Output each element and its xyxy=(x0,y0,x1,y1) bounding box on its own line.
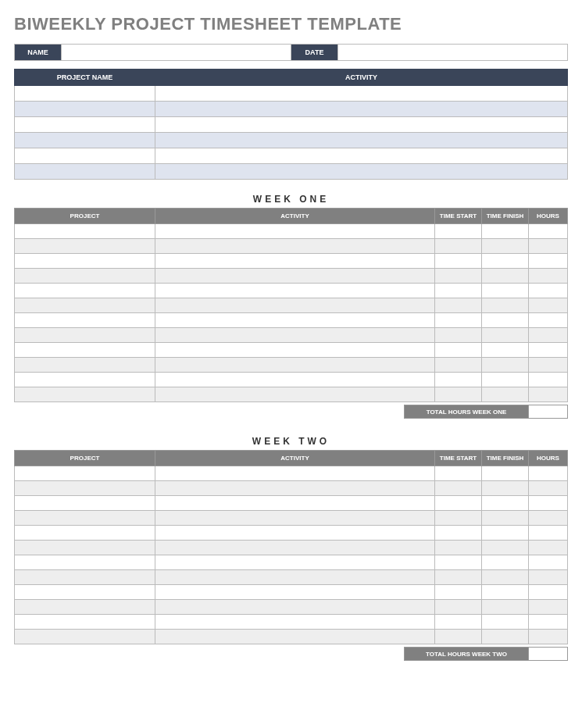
week-cell[interactable] xyxy=(529,284,568,298)
name-input[interactable] xyxy=(62,45,291,60)
week-cell[interactable] xyxy=(435,615,482,630)
week-cell[interactable] xyxy=(529,600,568,615)
week-cell[interactable] xyxy=(435,526,482,541)
week-cell[interactable] xyxy=(435,284,482,298)
week-cell[interactable] xyxy=(482,511,529,526)
week-cell[interactable] xyxy=(15,358,155,373)
week-cell[interactable] xyxy=(482,298,529,313)
project-cell[interactable] xyxy=(15,133,155,148)
week-cell[interactable] xyxy=(15,328,155,343)
week-cell[interactable] xyxy=(435,541,482,555)
week-cell[interactable] xyxy=(435,585,482,600)
week-cell[interactable] xyxy=(155,541,435,555)
week-cell[interactable] xyxy=(482,541,529,555)
week-cell[interactable] xyxy=(435,496,482,511)
week-cell[interactable] xyxy=(529,541,568,555)
week-cell[interactable] xyxy=(482,630,529,644)
week-cell[interactable] xyxy=(435,555,482,570)
week-cell[interactable] xyxy=(15,298,155,313)
week-cell[interactable] xyxy=(15,284,155,298)
week-cell[interactable] xyxy=(155,284,435,298)
week-cell[interactable] xyxy=(155,239,435,254)
week-cell[interactable] xyxy=(482,269,529,284)
week-cell[interactable] xyxy=(482,373,529,387)
week-cell[interactable] xyxy=(15,615,155,630)
activity-cell[interactable] xyxy=(155,164,568,180)
week-cell[interactable] xyxy=(482,585,529,600)
week-cell[interactable] xyxy=(155,600,435,615)
week-cell[interactable] xyxy=(155,630,435,644)
week-cell[interactable] xyxy=(15,254,155,269)
week-cell[interactable] xyxy=(15,269,155,284)
week-cell[interactable] xyxy=(15,585,155,600)
week-cell[interactable] xyxy=(15,630,155,644)
week-cell[interactable] xyxy=(529,570,568,585)
week-cell[interactable] xyxy=(482,328,529,343)
week-cell[interactable] xyxy=(435,343,482,358)
week-cell[interactable] xyxy=(435,298,482,313)
week-cell[interactable] xyxy=(529,358,568,373)
week-cell[interactable] xyxy=(155,373,435,387)
week-cell[interactable] xyxy=(155,358,435,373)
week-cell[interactable] xyxy=(482,466,529,481)
project-cell[interactable] xyxy=(15,102,155,117)
week-cell[interactable] xyxy=(482,358,529,373)
week-cell[interactable] xyxy=(435,254,482,269)
week-cell[interactable] xyxy=(15,387,155,402)
week-cell[interactable] xyxy=(482,387,529,402)
week-cell[interactable] xyxy=(482,239,529,254)
week-cell[interactable] xyxy=(15,570,155,585)
week-cell[interactable] xyxy=(435,239,482,254)
week-cell[interactable] xyxy=(529,496,568,511)
week-cell[interactable] xyxy=(15,239,155,254)
week-cell[interactable] xyxy=(15,481,155,496)
project-cell[interactable] xyxy=(15,86,155,102)
week-cell[interactable] xyxy=(15,600,155,615)
week-cell[interactable] xyxy=(155,466,435,481)
week-cell[interactable] xyxy=(155,313,435,328)
week-cell[interactable] xyxy=(435,466,482,481)
week-cell[interactable] xyxy=(15,511,155,526)
week-cell[interactable] xyxy=(15,555,155,570)
week-cell[interactable] xyxy=(155,328,435,343)
week-cell[interactable] xyxy=(15,496,155,511)
activity-cell[interactable] xyxy=(155,102,568,117)
activity-cell[interactable] xyxy=(155,133,568,148)
week-cell[interactable] xyxy=(15,373,155,387)
week-cell[interactable] xyxy=(482,313,529,328)
week-cell[interactable] xyxy=(482,343,529,358)
week-cell[interactable] xyxy=(155,555,435,570)
project-cell[interactable] xyxy=(15,148,155,164)
week-cell[interactable] xyxy=(529,239,568,254)
week-cell[interactable] xyxy=(529,298,568,313)
week-cell[interactable] xyxy=(435,600,482,615)
week-cell[interactable] xyxy=(482,555,529,570)
week-cell[interactable] xyxy=(529,387,568,402)
week-cell[interactable] xyxy=(155,496,435,511)
week-cell[interactable] xyxy=(435,387,482,402)
week-cell[interactable] xyxy=(529,630,568,644)
week-cell[interactable] xyxy=(529,466,568,481)
week-cell[interactable] xyxy=(482,615,529,630)
week-cell[interactable] xyxy=(482,481,529,496)
week-cell[interactable] xyxy=(529,555,568,570)
week-cell[interactable] xyxy=(15,224,155,239)
week-cell[interactable] xyxy=(529,481,568,496)
week-cell[interactable] xyxy=(435,570,482,585)
week-cell[interactable] xyxy=(15,526,155,541)
week-cell[interactable] xyxy=(482,284,529,298)
week-cell[interactable] xyxy=(529,526,568,541)
week-cell[interactable] xyxy=(529,328,568,343)
week-cell[interactable] xyxy=(435,224,482,239)
week-cell[interactable] xyxy=(435,511,482,526)
week-cell[interactable] xyxy=(15,466,155,481)
week-cell[interactable] xyxy=(435,269,482,284)
week-cell[interactable] xyxy=(529,269,568,284)
week-cell[interactable] xyxy=(155,298,435,313)
week-cell[interactable] xyxy=(155,269,435,284)
week-cell[interactable] xyxy=(435,313,482,328)
week-cell[interactable] xyxy=(482,496,529,511)
week-cell[interactable] xyxy=(529,313,568,328)
week-cell[interactable] xyxy=(529,224,568,239)
activity-cell[interactable] xyxy=(155,148,568,164)
